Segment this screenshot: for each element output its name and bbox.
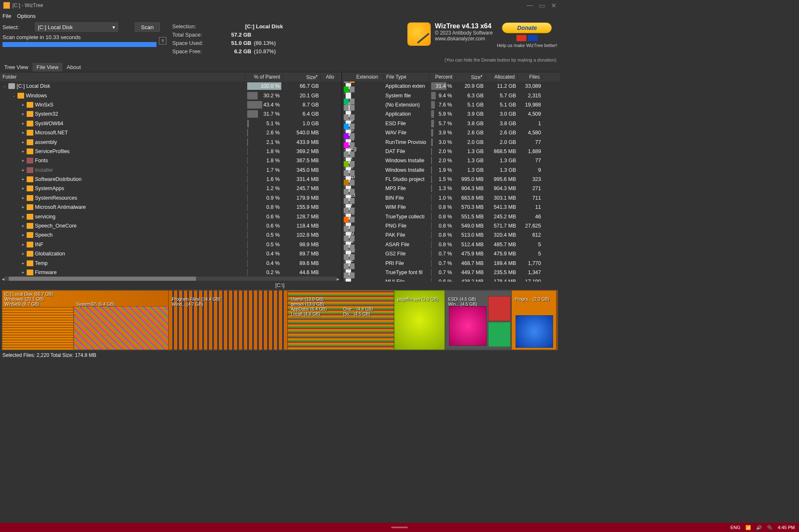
tree-row[interactable]: +SysWOW645.1 %1.0 GB	[0, 119, 341, 128]
tree-row[interactable]: +Fonts1.8 %367.5 MB	[0, 156, 341, 165]
space-info: Selection:[C:] Local Disk Total Space:57…	[172, 22, 283, 56]
folder-icon	[27, 139, 33, 145]
tree-row[interactable]: +Speech0.5 %102.8 MB	[0, 230, 341, 240]
expand-icon[interactable]: +	[21, 149, 25, 154]
tree-row[interactable]: -Windows30.2 %20.1 GB	[0, 91, 341, 100]
folder-icon	[27, 223, 33, 229]
swatch-icon	[350, 217, 355, 223]
tree-row[interactable]: +System3231.7 %6.4 GB	[0, 109, 341, 119]
close-icon[interactable]: ✕	[551, 2, 556, 10]
swatch-icon	[344, 82, 349, 83]
tab-tree-view[interactable]: Tree View	[0, 63, 32, 72]
tree-row[interactable]: +SoftwareDistribution1.6 %331.4 MB	[0, 175, 341, 184]
expand-icon[interactable]: +	[21, 261, 25, 266]
tree-row[interactable]: +ServiceProfiles1.8 %369.2 MB	[0, 147, 341, 156]
col-alloc[interactable]: Allo	[320, 74, 337, 80]
tree-row[interactable]: +WinSxS43.4 %8.7 GB	[0, 100, 341, 109]
folder-name: Windows	[26, 93, 47, 99]
folder-icon	[27, 167, 33, 173]
window-title: [C:] - WizTree	[12, 2, 526, 8]
tree-row[interactable]: +Installer1.7 %345.0 MB	[0, 166, 341, 175]
expand-icon[interactable]: +	[21, 158, 25, 163]
drive-combo[interactable]: [C:] Local Disk ▾	[35, 22, 118, 32]
ext-rows[interactable]: .dllApplication exten31.4 %20.9 GB11.2 G…	[342, 82, 560, 282]
col-size[interactable]: Size▾	[283, 74, 320, 80]
expand-icon[interactable]: +	[21, 242, 25, 247]
expand-icon[interactable]: +	[21, 233, 25, 238]
expand-icon[interactable]: +	[21, 102, 25, 107]
swatch-icon	[344, 161, 349, 167]
tab-about[interactable]: About	[62, 63, 85, 72]
ext-row[interactable]: .muiMUI File0.6 %438.2 MB178.4 MB17,190	[342, 277, 560, 282]
donate-note: (You can hide the Donate button by makin…	[0, 57, 560, 62]
col-filetype[interactable]: File Type	[384, 74, 429, 80]
tree-row[interactable]: +Firmware0.2 %44.6 MB	[0, 268, 341, 276]
swatch-icon	[350, 235, 355, 241]
col-percent[interactable]: Percent	[429, 74, 455, 80]
h-scrollbar[interactable]: ◂▸	[0, 276, 341, 282]
folder-name: ServiceProfiles	[35, 148, 69, 154]
scan-button[interactable]: Scan	[135, 22, 160, 32]
expand-icon[interactable]: +	[21, 168, 25, 173]
treemap-label: Do... (4.5 GB)	[342, 311, 371, 317]
folder-name: SystemResources	[35, 195, 77, 201]
folder-name: assembly	[35, 139, 57, 145]
expand-icon[interactable]: +	[21, 111, 25, 116]
swatch-icon	[350, 170, 355, 176]
file-icon	[345, 278, 351, 282]
tree-row[interactable]: +Microsoft.NET2.6 %540.0 MB	[0, 128, 341, 137]
expand-icon[interactable]: +	[21, 177, 25, 182]
expand-icon[interactable]: -	[12, 93, 16, 98]
tree-row[interactable]: +INF0.5 %98.9 MB	[0, 240, 341, 249]
expand-icon[interactable]: +	[21, 195, 25, 200]
swatch-icon	[344, 105, 349, 111]
folder-name: SysWOW64	[35, 121, 63, 126]
expand-icon[interactable]: +	[21, 223, 25, 228]
swatch-icon	[350, 272, 355, 278]
swatch-icon	[344, 142, 349, 148]
menu-file[interactable]: File	[2, 13, 11, 19]
tree-row[interactable]: +Globalization0.4 %89.7 MB	[0, 249, 341, 258]
tree-row[interactable]: +SystemResources0.9 %179.9 MB	[0, 193, 341, 203]
expand-icon[interactable]: +	[21, 140, 25, 145]
col-files[interactable]: Files	[518, 74, 543, 80]
folder-icon	[17, 93, 24, 99]
col-alloc-ext[interactable]: Allocated	[485, 74, 518, 80]
folder-icon	[27, 214, 33, 220]
tree-row[interactable]: +servicing0.6 %128.7 MB	[0, 212, 341, 221]
expand-icon[interactable]: +	[21, 251, 25, 256]
folder-icon	[27, 121, 33, 126]
treemap-label: System32\ (6.4 GB)	[75, 301, 115, 307]
donate-button[interactable]: Donate	[502, 22, 552, 33]
expand-icon[interactable]: +	[21, 214, 25, 219]
filter-icon[interactable]: ▿	[159, 37, 166, 45]
folder-icon	[27, 251, 33, 257]
col-pct-parent[interactable]: % of Parent	[246, 74, 283, 80]
maximize-icon[interactable]: ▭	[539, 2, 545, 10]
tree-row[interactable]: +Microsoft Antimalware0.8 %155.9 MB	[0, 203, 341, 212]
expand-icon[interactable]: +	[21, 186, 25, 191]
expand-icon[interactable]: +	[21, 270, 25, 275]
col-size-ext[interactable]: Size▾	[455, 74, 485, 80]
expand-icon[interactable]: +	[21, 121, 25, 126]
swatch-icon	[344, 151, 349, 157]
tab-file-view[interactable]: File View	[32, 63, 63, 72]
tree-row[interactable]: -[C:] Local Disk100.0 %66.7 GB	[0, 82, 341, 91]
tree-row[interactable]: +Temp0.4 %89.6 MB	[0, 258, 341, 267]
col-ext[interactable]: Extension	[342, 74, 384, 80]
minimize-icon[interactable]: —	[526, 2, 533, 10]
tree-row[interactable]: +SystemApps1.2 %245.7 MB	[0, 184, 341, 193]
expand-icon[interactable]: -	[2, 84, 7, 89]
tree-row[interactable]: +assembly2.1 %433.9 MB	[0, 137, 341, 146]
col-folder[interactable]: Folder	[0, 74, 246, 80]
folder-icon	[27, 204, 33, 210]
tree-header: Folder % of Parent Size▾ Allo	[0, 72, 341, 82]
expand-icon[interactable]: +	[21, 130, 25, 135]
swatch-icon	[344, 217, 349, 223]
expand-icon[interactable]: +	[21, 205, 25, 210]
tree-row[interactable]: +Speech_OneCore0.6 %118.4 MB	[0, 221, 341, 230]
disk-icon	[8, 83, 15, 89]
treemap[interactable]: [C:] Local Disk (66.7 GB)Windows\ (20.1 …	[2, 290, 558, 350]
menu-options[interactable]: Options	[17, 13, 36, 19]
tree-rows[interactable]: -[C:] Local Disk100.0 %66.7 GB-Windows30…	[0, 82, 341, 276]
